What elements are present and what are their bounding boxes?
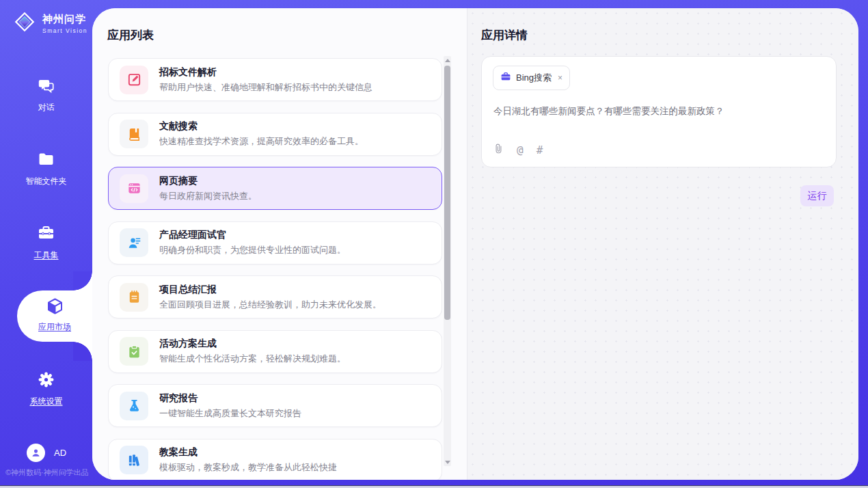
cube-icon [45,307,65,318]
app-card-description: 快速精准查找学术资源，提高研究效率的必备工具。 [159,135,364,148]
browser-icon [120,174,148,203]
brand-logo: 神州问学 Smart Vision [12,10,87,37]
toolbox-icon [37,224,55,245]
tool-tag-bing-search[interactable]: Bing搜索 × [493,66,570,90]
copyright-text: ©神州数码·神州问学出品 [5,467,89,478]
desktop-edge [0,485,868,488]
sidebar-item-label: 系统设置 [0,396,92,407]
app-card[interactable]: 网页摘要每日政府新闻资讯快查。 [108,167,442,210]
sidebar-item-label: 智能文件夹 [0,176,92,187]
user-initials: AD [54,448,66,458]
main-content: 应用列表 招标文件解析帮助用户快速、准确地理解和解析招标书中的关键信息文献搜索快… [92,8,858,480]
scroll-up-button[interactable] [444,56,451,64]
tool-tag-close-icon[interactable]: × [558,73,562,83]
query-input[interactable]: 今日湖北有哪些新闻要点？有哪些需要关注的最新政策？ [493,105,822,118]
app-list-title: 应用列表 [107,27,154,43]
sidebar-item-settings[interactable]: 系统设置 [0,370,92,407]
app-card[interactable]: 活动方案生成智能生成个性化活动方案，轻松解决规划难题。 [108,330,442,373]
gear-icon [37,370,55,392]
app-card-name: 产品经理面试官 [159,229,346,241]
app-card[interactable]: 产品经理面试官明确身份和职责，为您提供专业性的面试问题。 [108,221,442,265]
app-card-description: 全面回顾项目进展，总结经验教训，助力未来优化发展。 [159,299,381,311]
folder-icon [37,150,55,172]
interviewer-icon [120,228,148,257]
app-card-name: 教案生成 [159,446,337,459]
triangle-up-icon [445,59,450,62]
briefcase-icon [500,71,511,85]
tool-tag-label: Bing搜索 [516,72,552,84]
app-card-description: 智能生成个性化活动方案，轻松解决规划难题。 [159,353,346,365]
sidebar-item-toolset[interactable]: 工具集 [0,224,92,261]
app-card-name: 招标文件解析 [159,66,372,79]
hash-icon[interactable]: # [537,144,543,157]
app-card[interactable]: 教案生成模板驱动，教案秒成，教学准备从此轻松快捷 [108,439,442,480]
books-icon [120,446,148,474]
brand-subtitle: Smart Vision [42,27,87,34]
app-card-description: 每日政府新闻资讯快查。 [159,190,257,202]
scrollbar[interactable] [444,56,451,466]
app-card-name: 文献搜索 [159,120,364,133]
app-card-name: 活动方案生成 [159,338,346,350]
app-card[interactable]: 项目总结汇报全面回顾项目进展，总结经验教训，助力未来优化发展。 [108,275,442,318]
attachment-toolbar: @ # [493,143,543,157]
app-card[interactable]: 文献搜索快速精准查找学术资源，提高研究效率的必备工具。 [108,113,442,156]
clipboard-check-icon [120,337,148,366]
app-card-description: 帮助用户快速、准确地理解和解析招标书中的关键信息 [159,81,372,94]
app-card-description: 明确身份和职责，为您提供专业性的面试问题。 [159,244,346,256]
app-card[interactable]: 研究报告一键智能生成高质量长文本研究报告 [108,384,442,427]
pen-square-icon [120,66,148,94]
sidebar-item-label: 工具集 [0,249,92,261]
book-icon [120,120,148,148]
sidebar-item-smart-folders[interactable]: 智能文件夹 [0,150,92,187]
notepad-icon [120,283,148,312]
paperclip-icon[interactable] [493,143,504,157]
sidebar-item-chat[interactable]: 对话 [0,77,92,113]
app-card-name: 网页摘要 [159,175,257,187]
user-menu[interactable]: AD [27,444,66,462]
triangle-down-icon [445,461,450,464]
sidebar: 神州问学 Smart Vision 对话 智能文件夹 [0,0,92,485]
app-card-description: 一键智能生成高质量长文本研究报告 [159,407,301,420]
run-button[interactable]: 运行 [800,185,834,206]
sidebar-item-app-market[interactable]: 应用市场 [17,290,92,342]
app-window: 神州问学 Smart Vision 对话 智能文件夹 [0,0,868,488]
mention-icon[interactable]: @ [517,144,524,157]
app-card-name: 项目总结汇报 [159,284,381,296]
scrollbar-thumb[interactable] [444,66,450,320]
beaker-icon [120,392,148,420]
app-card-name: 研究报告 [159,392,301,405]
chat-icon [37,77,55,98]
scroll-down-button[interactable] [444,458,451,466]
diamond-logo-icon [12,10,37,37]
sidebar-item-label: 对话 [0,102,92,113]
app-card-description: 模板驱动，教案秒成，教学准备从此轻松快捷 [159,461,337,474]
app-card[interactable]: 招标文件解析帮助用户快速、准确地理解和解析招标书中的关键信息 [108,58,442,101]
prompt-card: Bing搜索 × 今日湖北有哪些新闻要点？有哪些需要关注的最新政策？ @ # [481,56,837,167]
brand-name: 神州问学 [42,13,86,25]
app-list-panel: 应用列表 招标文件解析帮助用户快速、准确地理解和解析招标书中的关键信息文献搜索快… [92,8,467,480]
app-list: 招标文件解析帮助用户快速、准确地理解和解析招标书中的关键信息文献搜索快速精准查找… [108,58,442,480]
app-detail-panel: 应用详情 Bing搜索 × 今日湖北有哪些新闻要点？有哪些需要关注的最新政策？ [467,8,858,480]
app-detail-title: 应用详情 [481,27,528,43]
avatar [27,444,45,462]
sidebar-item-label: 应用市场 [17,321,92,333]
